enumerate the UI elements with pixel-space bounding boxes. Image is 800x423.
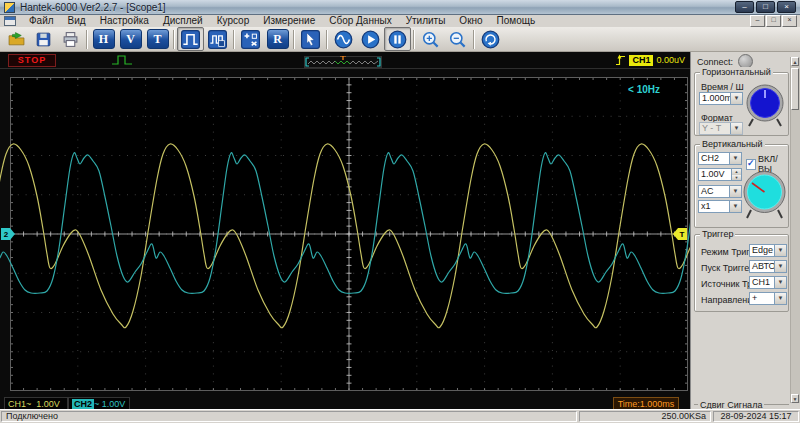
acquisition-status-badge: STOP (8, 54, 56, 67)
trigger-status-row: STOP (0, 52, 690, 69)
svg-text:2: 2 (4, 230, 9, 239)
status-bar: Подключено 250.00KSa 28-09-2024 15:17 (0, 409, 800, 423)
menu-bar: ФайлВидНастройкаДисплейКурсорИзмерениеСб… (0, 15, 800, 27)
toolbar-separator (326, 30, 328, 49)
menu-item[interactable]: Настройка (93, 15, 156, 27)
zoom-out-button[interactable] (444, 27, 471, 51)
trigger-sweep-select[interactable]: АВТО▼ (749, 260, 787, 273)
trigger-mode-value: Edge (752, 245, 773, 255)
open-button[interactable] (3, 27, 30, 51)
window-title: Hantek-6000 Ver2.2.7 - [Scope1] (20, 2, 166, 13)
signal-shift-group: Сдвиг Сигнала (694, 404, 789, 405)
menu-item[interactable]: Утилиты (399, 15, 453, 27)
freq-label: < 10Hz (628, 84, 660, 95)
pause-button[interactable] (384, 27, 411, 51)
timebase-select[interactable]: 1.000ms▼ (699, 92, 743, 105)
panel-scrollbar[interactable]: ▲ ▼ (790, 57, 800, 403)
toolbar-separator (413, 30, 415, 49)
trigger-source-select[interactable]: CH1▼ (749, 276, 787, 289)
timebase-label: Время / Ш (701, 82, 744, 92)
pulse-wave-icon (181, 30, 200, 49)
main-content: STOP (0, 52, 800, 409)
trigger-source-label: Источник Триг (701, 279, 751, 289)
horizontal-setup-button[interactable]: H (90, 27, 117, 51)
format-value: Y - T (702, 123, 721, 133)
chevron-down-icon: ▼ (729, 186, 741, 197)
menu-item[interactable]: Дисплей (156, 15, 210, 27)
menu-item[interactable]: Измерение (256, 15, 322, 27)
vertical-setup-button[interactable]: V (117, 27, 144, 51)
math-button[interactable] (237, 27, 264, 51)
mdi-close-button[interactable]: × (782, 15, 797, 27)
channel-select[interactable]: CH2▼ (698, 152, 742, 165)
menu-item[interactable]: Сбор Данных (322, 15, 398, 27)
ch1-coupling-icon: ~ (26, 399, 31, 409)
scroll-up-icon[interactable]: ▲ (791, 57, 799, 66)
scope-document-icon[interactable] (4, 16, 16, 26)
ch1-scale-value: 1.00V (36, 399, 60, 409)
toolbar: H V T R (0, 27, 800, 52)
trigger-slope-select[interactable]: +▼ (749, 292, 787, 305)
waveform-generator-button[interactable] (330, 27, 357, 51)
pulse-display-button[interactable] (177, 27, 204, 51)
title-bar: Hantek-6000 Ver2.2.7 - [Scope1] – □ × (0, 0, 800, 15)
probe-select[interactable]: x1▼ (698, 200, 742, 213)
reference-button[interactable]: R (264, 27, 291, 51)
spin-down-icon[interactable]: ▼ (731, 175, 741, 181)
mdi-restore-button[interactable]: □ (766, 15, 781, 27)
trigger-mode-select[interactable]: Edge▼ (749, 244, 787, 257)
trigger-sweep-value: АВТО (752, 261, 776, 271)
scroll-down-icon[interactable]: ▼ (791, 394, 799, 403)
run-button[interactable] (357, 27, 384, 51)
save-floppy-icon (35, 31, 52, 48)
horizontal-knob[interactable] (745, 83, 785, 131)
chevron-down-icon: ▼ (774, 293, 786, 304)
scope-canvas[interactable]: 2T< 10Hz (10, 77, 688, 391)
status-connection: Подключено (1, 411, 577, 422)
status-datetime: 28-09-2024 15:17 (713, 411, 799, 422)
minimize-button[interactable]: – (735, 1, 754, 13)
cursor-tool-button[interactable] (297, 27, 324, 51)
scrollbar-thumb[interactable] (791, 68, 799, 110)
v-letter-icon: V (120, 29, 142, 49)
close-button[interactable]: × (777, 1, 796, 13)
enable-checkbox[interactable] (746, 159, 756, 170)
toolbar-separator (233, 30, 235, 49)
horizontal-group-title: Горизонтальный (700, 67, 773, 77)
printer-icon (62, 31, 79, 48)
menu-item[interactable]: Курсор (210, 15, 257, 27)
trigger-slope-icon (615, 54, 626, 66)
chevron-down-icon: ▼ (774, 277, 786, 288)
self-calibration-button[interactable] (477, 27, 504, 51)
toolbar-separator (293, 30, 295, 49)
ch2-scale-value: 1.00V (102, 399, 126, 409)
sine-generator-icon (334, 30, 353, 49)
refresh-icon (481, 30, 500, 49)
trigger-level-value: 0.00uV (656, 55, 685, 65)
menu-item[interactable]: Окно (452, 15, 489, 27)
delayed-sweep-button[interactable] (204, 27, 231, 51)
double-pulse-icon (208, 30, 227, 49)
print-button[interactable] (57, 27, 84, 51)
menu-item[interactable]: Файл (22, 15, 61, 27)
toolbar-separator (173, 30, 175, 49)
zoom-in-icon (421, 30, 440, 49)
trigger-channel-badge: CH1 (629, 55, 653, 66)
ch1-label: CH1 (8, 399, 26, 409)
trigger-slope-label: Направление Тр (701, 295, 751, 305)
format-select: Y - T▼ (699, 122, 743, 135)
chevron-down-icon: ▼ (729, 153, 741, 164)
mdi-minimize-button[interactable]: – (750, 15, 765, 27)
save-button[interactable] (30, 27, 57, 51)
trigger-setup-button[interactable]: T (144, 27, 171, 51)
menu-item[interactable]: Вид (61, 15, 93, 27)
probe-value: x1 (701, 201, 711, 211)
volt-scale-spinner[interactable]: 1.00V ▲▼ (698, 168, 742, 181)
zoom-in-button[interactable] (417, 27, 444, 51)
menu-item[interactable]: Помощь (490, 15, 543, 27)
chevron-down-icon: ▼ (730, 93, 742, 104)
vertical-knob[interactable] (742, 169, 787, 223)
coupling-select[interactable]: AC▼ (698, 185, 742, 198)
chevron-down-icon: ▼ (774, 261, 786, 272)
maximize-button[interactable]: □ (756, 1, 775, 13)
